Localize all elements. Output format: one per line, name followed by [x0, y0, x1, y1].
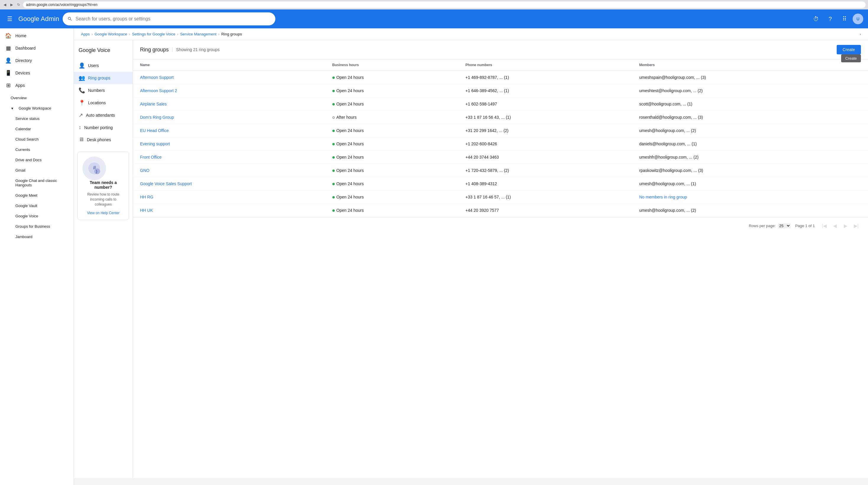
- row-name[interactable]: Afternoon Support 2: [133, 84, 325, 97]
- row-name[interactable]: Airplane Sales: [133, 97, 325, 111]
- promo-graphic: # ): [87, 161, 101, 175]
- breadcrumb-sep-1: ›: [92, 32, 93, 36]
- gv-nav-desk-phones[interactable]: 🖥 Desk phones: [74, 133, 133, 146]
- table-header-row: Ring groups Showing 21 ring groups Creat…: [133, 40, 868, 59]
- gv-nav-auto-attendants[interactable]: ↗ Auto attendants: [74, 109, 133, 121]
- sidebar-item-jamboard[interactable]: Jamboard: [11, 232, 71, 242]
- gv-sidebar: Google Voice 👤 Users 👥 Ring groups 📞 Num…: [74, 40, 133, 478]
- sidebar-item-google-meet[interactable]: Google Meet: [11, 190, 71, 200]
- gv-ring-groups-icon: 👥: [79, 75, 85, 81]
- first-page-btn[interactable]: |◀: [819, 221, 829, 230]
- row-name[interactable]: HH RG: [133, 191, 325, 204]
- sidebar-item-apps[interactable]: ⊞ Apps: [0, 79, 71, 92]
- members-value: umesh@hooligroup.com, ... (2): [639, 128, 696, 133]
- help-icon[interactable]: ?: [824, 13, 836, 25]
- gv-nav-locations[interactable]: 📍 Locations: [74, 97, 133, 109]
- browser-back[interactable]: ◀: [2, 2, 7, 7]
- row-name[interactable]: Afternoon Support: [133, 71, 325, 84]
- table-row: HH UK Open 24 hours +44 20 3920 7577 ume…: [133, 204, 868, 217]
- sidebar-label-google-voice: Google Voice: [16, 214, 38, 218]
- sidebar-item-directory[interactable]: 👤 Directory: [0, 54, 71, 67]
- row-phone-numbers: +1 469-892-8787, ... (1): [458, 71, 632, 84]
- sidebar-label-apps: Apps: [16, 83, 25, 88]
- table-row: Afternoon Support 2 Open 24 hours +1 646…: [133, 84, 868, 97]
- promo-link[interactable]: View on Help Center: [87, 211, 120, 215]
- create-button[interactable]: Create: [837, 45, 861, 54]
- row-name[interactable]: EU Head Office: [133, 124, 325, 137]
- row-business-hours: Open 24 hours: [325, 191, 459, 204]
- sidebar-item-cloud-search[interactable]: Cloud Search: [11, 134, 71, 144]
- row-name[interactable]: Google Voice Sales Support: [133, 177, 325, 191]
- row-name[interactable]: Dom's Ring Group: [133, 111, 325, 124]
- breadcrumb-ring-groups: Ring groups: [221, 32, 242, 36]
- search-bar[interactable]: [63, 12, 275, 25]
- members-value: umeshspain@hooligroup.com, ... (3): [639, 75, 706, 80]
- row-business-hours: Open 24 hours: [325, 164, 459, 177]
- main-content: Apps › Google Workspace › Settings for G…: [74, 28, 868, 478]
- grid-icon[interactable]: ⠿: [838, 13, 850, 25]
- row-business-hours: Open 24 hours: [325, 137, 459, 151]
- table-row: Dom's Ring Group After hours +33 1 87 16…: [133, 111, 868, 124]
- members-value: umeshtest@hooligroup.com, ... (2): [639, 88, 703, 93]
- breadcrumb-apps[interactable]: Apps: [81, 32, 90, 36]
- row-name[interactable]: Front Office: [133, 151, 325, 164]
- directory-icon: 👤: [5, 57, 12, 64]
- menu-icon[interactable]: ☰: [5, 13, 15, 25]
- row-members: umesh@hooligroup.com, ... (1): [632, 177, 868, 191]
- row-name[interactable]: HH UK: [133, 204, 325, 217]
- sidebar-item-google-chat[interactable]: Google Chat and classic Hangouts: [11, 175, 71, 190]
- timer-icon[interactable]: ⏱: [810, 13, 822, 25]
- sidebar-item-groups-business[interactable]: Groups for Business: [11, 221, 71, 232]
- sidebar-apps-children: Overview ▼ Google Workspace Service stat…: [0, 93, 73, 242]
- browser-refresh[interactable]: ↻: [16, 2, 21, 7]
- gv-nav-number-porting[interactable]: ↕ Number porting: [74, 121, 133, 133]
- gv-nav-numbers[interactable]: 📞 Numbers: [74, 84, 133, 97]
- sidebar-label-service-status: Service status: [16, 117, 39, 121]
- gv-nav-users[interactable]: 👤 Users: [74, 59, 133, 72]
- next-page-btn[interactable]: ▶: [841, 221, 850, 230]
- sidebar-label-drive-docs: Drive and Docs: [16, 158, 42, 162]
- table-row: Google Voice Sales Support Open 24 hours…: [133, 177, 868, 191]
- sidebar-item-currents[interactable]: Currents: [11, 144, 71, 155]
- sidebar-item-gmail[interactable]: Gmail: [11, 165, 71, 175]
- sidebar-item-devices[interactable]: 📱 Devices: [0, 67, 71, 79]
- sidebar-label-groups-business: Groups for Business: [16, 224, 50, 229]
- breadcrumb-google-workspace[interactable]: Google Workspace: [95, 32, 127, 36]
- sidebar-item-dashboard[interactable]: ▦ Dashboard: [0, 42, 71, 54]
- sidebar-item-calendar[interactable]: Calendar: [11, 124, 71, 134]
- sidebar-label-directory: Directory: [16, 58, 32, 63]
- sidebar-item-google-vault[interactable]: Google Vault: [11, 200, 71, 211]
- breadcrumb-service-mgmt[interactable]: Service Management: [180, 32, 217, 36]
- browser-bar: ◀ ▶ ↻ admin.google.com/ac/voice/ringgrou…: [0, 0, 868, 9]
- sidebar-item-home[interactable]: 🏠 Home: [0, 30, 71, 42]
- promo-text: Review how to route incoming calls to co…: [83, 192, 124, 207]
- sidebar-item-drive-docs[interactable]: Drive and Docs: [11, 155, 71, 165]
- row-phone-numbers: +1 408-389-4312: [458, 177, 632, 191]
- browser-url-bar[interactable]: admin.google.com/ac/voice/ringgroups?hl=…: [23, 1, 866, 8]
- breadcrumb-sep-4: ›: [218, 32, 219, 36]
- prev-page-btn[interactable]: ◀: [830, 221, 840, 230]
- row-members: No members in ring group: [632, 191, 868, 204]
- row-name[interactable]: Evening support: [133, 137, 325, 151]
- rows-per-page-select[interactable]: 25 50 100: [778, 223, 790, 228]
- avatar[interactable]: U: [852, 13, 863, 24]
- last-page-btn[interactable]: ▶|: [851, 221, 861, 230]
- browser-forward[interactable]: ▶: [9, 2, 14, 7]
- app-logo: Google Admin: [18, 15, 59, 23]
- sidebar-item-overview[interactable]: Overview: [6, 93, 71, 103]
- sidebar-label-google-meet: Google Meet: [16, 193, 37, 198]
- row-name[interactable]: GNO: [133, 164, 325, 177]
- sidebar-item-google-voice[interactable]: Google Voice: [11, 211, 71, 221]
- sidebar-item-service-status[interactable]: Service status: [11, 114, 71, 124]
- row-phone-numbers: +44 20 3744 3463: [458, 151, 632, 164]
- breadcrumb-settings-voice[interactable]: Settings for Google Voice: [132, 32, 176, 36]
- sidebar-label-calendar: Calendar: [16, 127, 31, 131]
- collapse-panel-button[interactable]: ›: [860, 32, 861, 36]
- ring-groups-table: Name Business hours Phone numbers Member…: [133, 59, 868, 217]
- promo-image: # ): [83, 157, 106, 180]
- gv-nav-ring-groups[interactable]: 👥 Ring groups: [74, 72, 133, 84]
- search-input[interactable]: [75, 16, 271, 22]
- sidebar-item-google-workspace[interactable]: ▼ Google Workspace: [6, 103, 71, 114]
- dashboard-icon: ▦: [5, 45, 12, 52]
- promo-title: Team needs a number?: [83, 180, 124, 190]
